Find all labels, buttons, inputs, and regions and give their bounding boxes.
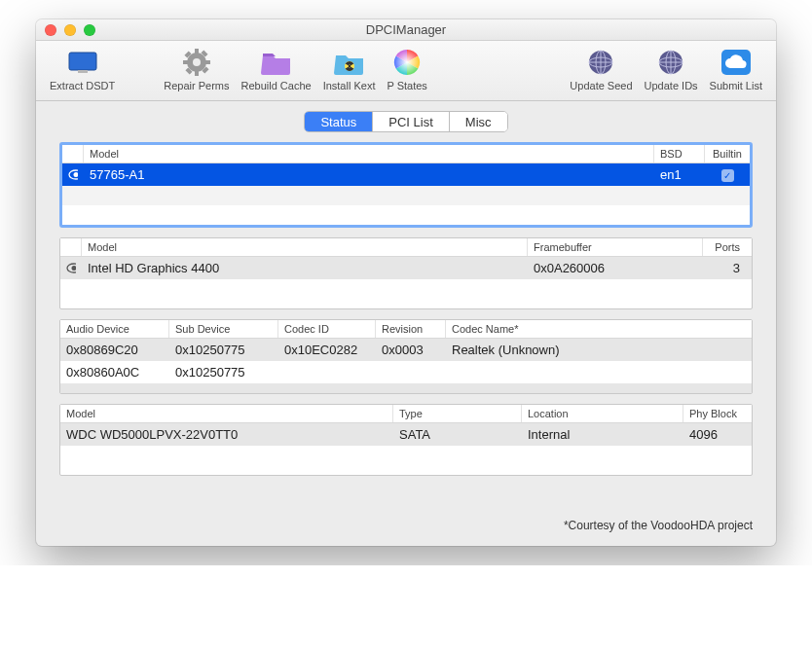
color-wheel-icon [391, 47, 423, 78]
svg-rect-5 [195, 70, 199, 76]
network-table[interactable]: Model BSD Builtin 57765-A1 en1 ✓ [59, 142, 753, 228]
table-row[interactable]: 57765-A1 en1 ✓ [62, 163, 750, 186]
svg-point-27 [74, 172, 79, 177]
table-row[interactable]: 0x80860A0C 0x10250775 [60, 361, 752, 383]
cloud-icon [720, 47, 752, 78]
repair-perms-button[interactable]: Repair Perms [158, 47, 235, 91]
app-window: DPCIManager Extract DSDT Repair Perms [36, 19, 776, 546]
table-header: Model BSD Builtin [62, 145, 750, 163]
titlebar: DPCIManager [36, 19, 776, 41]
table-row[interactable]: Intel HD Graphics 4400 0x0A260006 3 [60, 257, 752, 279]
tab-bar: Status PCI List Misc [304, 111, 507, 132]
builtin-checkbox: ✓ [705, 163, 750, 186]
table-row [60, 279, 752, 299]
table-row [60, 446, 752, 465]
svg-rect-7 [204, 60, 210, 64]
tab-pcilist[interactable]: PCI List [373, 112, 450, 131]
svg-point-14 [394, 50, 420, 75]
monitor-icon [67, 47, 98, 78]
svg-point-29 [72, 266, 77, 271]
gear-icon [181, 47, 212, 78]
table-row[interactable]: WDC WD5000LPVX-22V0TT0 SATA Internal 409… [60, 423, 752, 446]
globe-icon [585, 47, 616, 78]
p-states-button[interactable]: P States [381, 47, 432, 91]
zoom-icon[interactable] [84, 24, 95, 36]
globe-icon [655, 47, 686, 78]
minimize-icon[interactable] [64, 24, 76, 36]
tab-misc[interactable]: Misc [450, 112, 507, 131]
table-row [60, 465, 752, 475]
svg-rect-1 [78, 70, 88, 73]
toolbar: Extract DSDT Repair Perms Rebuild Cache … [36, 41, 776, 101]
window-controls [36, 24, 95, 36]
svg-rect-6 [183, 60, 189, 64]
folder-icon [261, 47, 292, 78]
rebuild-cache-button[interactable]: Rebuild Cache [235, 47, 316, 91]
svg-rect-4 [195, 49, 199, 54]
window-title: DPCIManager [36, 22, 776, 37]
toolbar-left: Extract DSDT Repair Perms Rebuild Cache … [44, 47, 433, 91]
update-seed-button[interactable]: Update Seed [564, 47, 638, 91]
radiation-icon [334, 47, 365, 78]
eye-icon [60, 257, 82, 279]
svg-point-3 [193, 58, 201, 66]
table-row[interactable]: 0x80869C20 0x10250775 0x10EC0282 0x0003 … [60, 339, 752, 361]
close-icon[interactable] [45, 24, 56, 36]
svg-point-13 [348, 65, 351, 68]
table-header: Model Framebuffer Ports [60, 238, 752, 257]
graphics-table[interactable]: Model Framebuffer Ports Intel HD Graphic… [59, 237, 753, 309]
svg-rect-0 [69, 53, 96, 70]
storage-table[interactable]: Model Type Location Phy Block WDC WD5000… [59, 404, 753, 476]
table-row [62, 186, 750, 205]
footer-note: *Courtesy of the VoodooHDA project [59, 519, 753, 532]
table-row [60, 299, 752, 308]
content-area: Status PCI List Misc Model BSD Builtin 5… [36, 101, 776, 546]
install-kext-button[interactable]: Install Kext [317, 47, 382, 91]
table-row [62, 205, 750, 225]
extract-dsdt-button[interactable]: Extract DSDT [44, 47, 121, 91]
eye-icon [62, 163, 84, 186]
submit-list-button[interactable]: Submit List [704, 47, 768, 91]
toolbar-right: Update Seed Update IDs Submit List [564, 47, 768, 91]
update-ids-button[interactable]: Update IDs [639, 47, 704, 91]
table-header: Audio Device Sub Device Codec ID Revisio… [60, 320, 752, 339]
audio-table[interactable]: Audio Device Sub Device Codec ID Revisio… [59, 319, 753, 394]
table-row [60, 383, 752, 393]
tab-status[interactable]: Status [305, 112, 373, 131]
table-header: Model Type Location Phy Block [60, 405, 752, 423]
